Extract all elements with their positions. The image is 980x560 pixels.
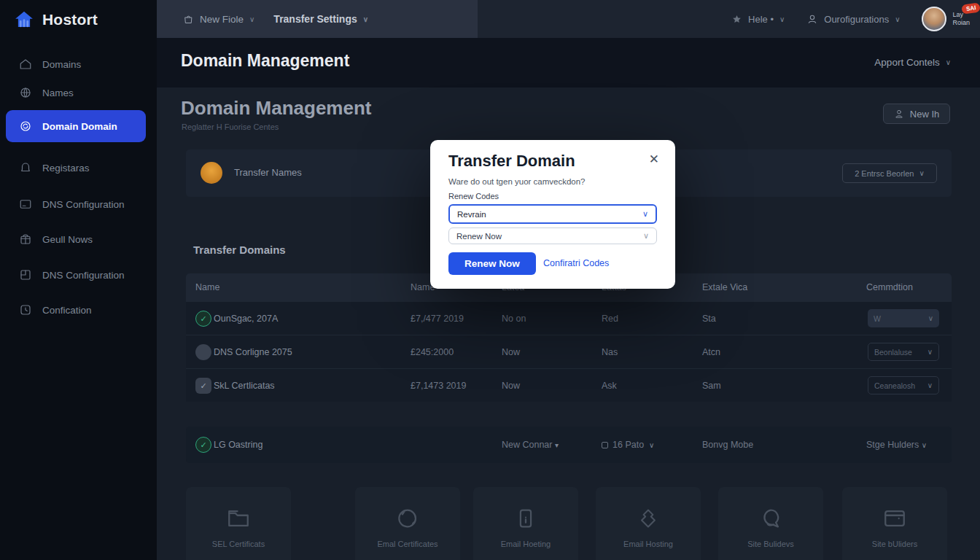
check-circle-green-icon: ✓ — [195, 311, 211, 327]
renew-codes-select[interactable]: Revrain ∨ — [448, 204, 657, 224]
clock-icon — [19, 303, 32, 316]
user-icon — [806, 13, 818, 25]
new-connar-dropdown[interactable]: New Connar ▾ — [502, 440, 559, 450]
browser-icon — [882, 506, 907, 531]
sidebar-item-dns-configuration-1[interactable]: DNS Configuration — [0, 192, 157, 217]
cell-name: DNS Corligne 2075 — [214, 347, 292, 357]
globe-icon — [19, 86, 32, 99]
column-header: Cemmdtion — [866, 282, 913, 292]
sidebar-item-label: Domains — [42, 59, 81, 70]
chevron-down-icon: ∨ — [919, 169, 925, 177]
layout-icon — [19, 268, 32, 281]
circle-gray-icon: ● — [195, 344, 211, 360]
cell-value: Nas — [602, 347, 618, 357]
banner-label: Transfer Names — [234, 167, 302, 178]
page-header-title: Domain Management — [181, 51, 349, 71]
card-sel-certificats[interactable]: SEL Certificats — [186, 487, 291, 560]
pato-dropdown[interactable]: 16 Pato ∨ — [602, 440, 654, 450]
card-emal-certificates[interactable]: Emal Certificates — [355, 487, 460, 560]
entries-reorder-dropdown[interactable]: 2 Entrsc Beorlen ∨ — [842, 163, 937, 183]
sidebar-item-domain-domain[interactable]: Domain Domain — [6, 110, 146, 142]
topnav-transfer-settings[interactable]: Transfer Settings ∨ — [273, 13, 368, 25]
cell-value: Ask — [602, 381, 617, 391]
brand-logo[interactable]: Hostort — [13, 9, 98, 31]
card-email-hoeting[interactable]: Email Hoeting — [473, 487, 578, 560]
sidebar: Hostort Domains Names Domain Domain Regi… — [0, 0, 157, 560]
notification-badge: SAI — [961, 2, 980, 14]
topbar-hele-menu[interactable]: Hele • ∨ — [731, 14, 785, 25]
apport-contels-menu[interactable]: Apport Contels ∨ — [874, 57, 951, 68]
cell-name: LG Oastring — [214, 440, 262, 450]
transfer-domains-table: Name Name Latea Lattas Extale Vica Cemmd… — [186, 273, 952, 402]
topbar-ourofigurations-menu[interactable]: Ourofigurations ∨ — [806, 13, 900, 25]
card-site-bulidevs[interactable]: Site Bulidevs — [718, 487, 823, 560]
select-value: Renew Now — [456, 232, 643, 241]
topbar: New Fiole ∨ Transfer Settings ∨ Hele • ∨… — [157, 0, 980, 38]
dropdown-label: W — [874, 314, 928, 323]
table-row[interactable]: ✓ OunSgac, 207A £7,/477 2019 No on Red S… — [186, 301, 952, 335]
sidebar-item-label: Geull Nows — [42, 234, 93, 245]
transfer-domain-modal: Transfer Domain ✕ Ware do out tgen yuor … — [430, 140, 675, 289]
cell-value: Red — [602, 314, 618, 324]
chevron-down-icon: ∨ — [642, 209, 648, 219]
card-label: SEL Certificats — [186, 540, 291, 548]
cell-value: Atcn — [702, 347, 720, 357]
sidebar-item-label: Domain Domain — [42, 121, 117, 132]
close-icon[interactable]: ✕ — [649, 153, 659, 166]
confiratri-codes-link[interactable]: Confiratri Codes — [543, 258, 609, 268]
card-email-hosting[interactable]: Email Hosting — [596, 487, 701, 560]
check-square-gray-icon: ✓ — [195, 378, 211, 394]
banner-avatar — [201, 162, 222, 184]
hosting-row[interactable]: ✓ LG Oastring New Connar ▾ 16 Pato ∨ Bon… — [186, 427, 952, 463]
dropdown-label: Beonlaluse — [874, 348, 928, 357]
dropdown-label: Ceanealosh — [874, 381, 928, 390]
cell-date: £245:2000 — [411, 347, 454, 357]
sidebar-item-registaras[interactable]: Registaras — [0, 155, 157, 180]
bag-icon — [183, 14, 194, 25]
menu-label: Apport Contels — [874, 57, 939, 68]
user-menu[interactable]: Lay Roian SAI — [922, 7, 970, 31]
card-site-buliders[interactable]: Site bUliders — [842, 487, 947, 560]
folder-icon — [226, 506, 251, 531]
chevron-down-icon: ∨ — [643, 231, 649, 241]
row-action-dropdown[interactable]: Beonlaluse ∨ — [868, 343, 939, 361]
card-icon — [19, 198, 32, 211]
sidebar-item-names[interactable]: Names — [0, 80, 157, 105]
sidebar-item-label: DNS Configuration — [42, 199, 125, 210]
sidebar-item-domains[interactable]: Domains — [0, 52, 157, 77]
sidebar-item-dns-configuration-2[interactable]: DNS Configuration — [0, 262, 157, 287]
chevron-down-icon: ∨ — [363, 15, 368, 23]
card-label: Site bUliders — [842, 540, 947, 548]
modal-title: Transfer Domain — [448, 152, 575, 171]
home-icon — [19, 58, 32, 71]
renew-now-select[interactable]: Renew Now ∨ — [448, 228, 657, 244]
square-icon — [602, 442, 608, 448]
new-ih-button[interactable]: New Ih — [883, 104, 950, 124]
sidebar-item-geull-nows[interactable]: Geull Nows — [0, 227, 157, 252]
chevron-down-icon: ∨ — [249, 15, 254, 23]
card-label: Email Hoeting — [473, 540, 578, 548]
page-subtitle: Reglatter H Fuorise Centes — [182, 122, 279, 131]
topnav-new-fiole[interactable]: New Fiole ∨ — [183, 14, 254, 25]
check-circle-green-icon: ✓ — [195, 437, 211, 453]
section-title: Transfer Domains — [193, 244, 286, 256]
sidebar-item-confication[interactable]: Confication — [0, 298, 157, 322]
button-label: New Ih — [910, 109, 939, 120]
table-row[interactable]: ● DNS Corligne 2075 £245:2000 Now Nas At… — [186, 335, 952, 368]
brand-name: Hostort — [42, 11, 98, 28]
sidebar-item-label: Registaras — [42, 163, 90, 174]
renew-now-button[interactable]: Renew Now — [448, 252, 536, 275]
row-action-dropdown[interactable]: W ∨ — [868, 309, 939, 327]
table-row[interactable]: ✓ SkL Certlicatas £7,1473 2019 Now Ask S… — [186, 368, 952, 402]
avatar — [922, 7, 946, 31]
topbar-menu-label: Ourofigurations — [824, 14, 889, 25]
chevron-down-icon: ∨ — [946, 58, 951, 66]
domain-icon — [19, 120, 32, 133]
chevron-down-icon: ∨ — [928, 348, 933, 356]
site-holders-dropdown[interactable]: Stge Hulders ∨ — [866, 440, 927, 450]
row-action-dropdown[interactable]: Ceanealosh ∨ — [868, 376, 939, 394]
home-logo-icon — [13, 9, 35, 31]
cell-name: SkL Certlicatas — [214, 381, 275, 391]
sidebar-item-label: DNS Configuration — [42, 270, 125, 281]
topnav-label: Transfer Settings — [273, 13, 357, 25]
